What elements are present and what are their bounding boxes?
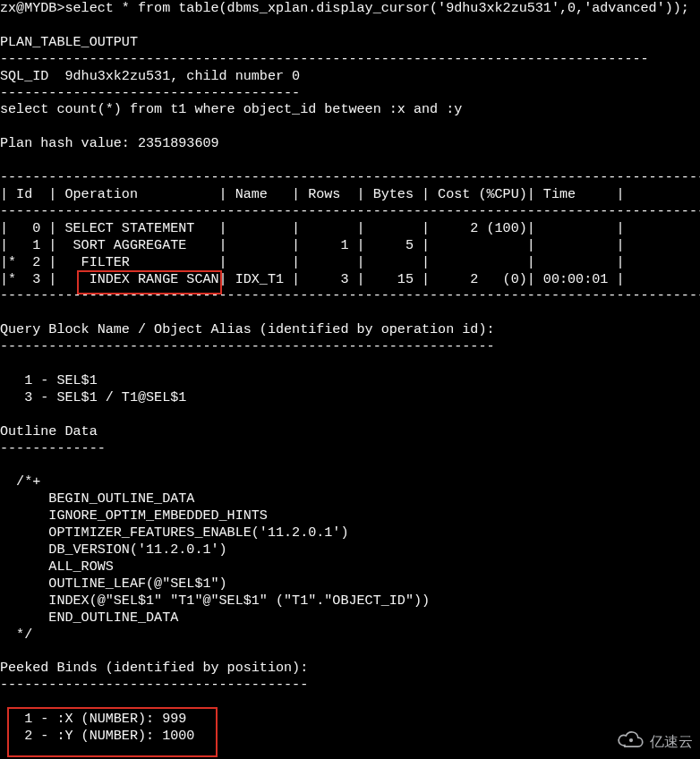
watermark-label: 亿速云 [650, 734, 693, 751]
terminal-output: zx@MYDB>select * from table(dbms_xplan.d… [0, 0, 700, 745]
svg-point-0 [629, 738, 633, 742]
watermark: 亿速云 [616, 731, 693, 754]
cloud-icon [616, 731, 646, 754]
